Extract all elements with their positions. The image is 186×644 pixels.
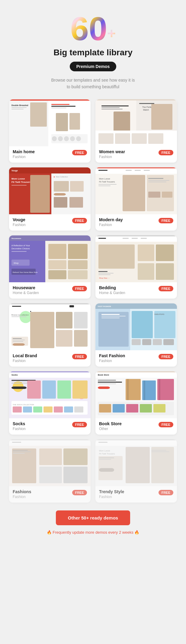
svg-text:SWEATERS: SWEATERS	[154, 313, 164, 315]
svg-rect-24	[101, 109, 123, 109]
template-preview-bedding: Shop Now →	[95, 235, 177, 282]
svg-rect-86	[68, 260, 88, 269]
template-name: Main home	[13, 149, 35, 154]
svg-rect-94	[132, 238, 138, 239]
template-card-book-store[interactable]: Book Store	[95, 371, 177, 435]
svg-rect-54	[95, 168, 177, 174]
svg-text:A Reflection of Your: A Reflection of Your	[11, 244, 30, 247]
svg-text:Mom Loose: Mom Loose	[99, 450, 110, 452]
svg-rect-197	[13, 451, 31, 452]
svg-point-14	[52, 136, 57, 141]
svg-rect-130	[101, 314, 120, 315]
svg-rect-152	[27, 380, 41, 399]
template-info-trendy-style: Trendy Style Fashion FREE	[95, 486, 177, 503]
svg-rect-170	[98, 380, 116, 380]
template-card-vouge[interactable]: Vouge Mom Loose Fit Twill Trousers New C…	[9, 167, 91, 231]
svg-point-15	[58, 136, 63, 141]
template-preview-socks: Socks THE SOCK COLLECTION	[9, 371, 91, 418]
svg-rect-100	[98, 271, 107, 272]
template-name: Trendy Style	[99, 489, 124, 494]
svg-rect-181	[99, 404, 111, 413]
svg-text:New Collection: New Collection	[56, 176, 68, 178]
template-info-fashions: Fashions Fashion FREE	[9, 486, 91, 503]
free-badge: FREE	[72, 286, 87, 291]
template-preview-women-wear: The Perfect Match	[95, 99, 177, 146]
svg-rect-206	[126, 447, 150, 483]
template-card-local-brand[interactable]: Browse our collection Local Brand	[9, 303, 91, 367]
svg-rect-209	[99, 458, 114, 458]
svg-rect-207	[151, 447, 174, 483]
template-category: Fashion	[99, 495, 124, 499]
svg-rect-109	[12, 306, 21, 307]
svg-rect-187	[9, 439, 91, 440]
svg-rect-9	[51, 106, 75, 107]
free-badge: FREE	[72, 354, 87, 359]
svg-rect-155	[72, 380, 88, 399]
svg-rect-114	[11, 316, 27, 317]
svg-rect-194	[39, 467, 62, 483]
svg-rect-49	[54, 193, 66, 196]
svg-rect-188	[9, 440, 91, 446]
free-badge: FREE	[72, 422, 87, 427]
template-preview-fashions	[9, 439, 91, 486]
svg-rect-42	[11, 185, 27, 186]
svg-rect-51	[69, 197, 83, 208]
svg-rect-35	[148, 133, 163, 144]
svg-rect-87	[48, 270, 66, 279]
template-name: Houseware	[13, 285, 39, 290]
other-demos-button[interactable]: Other 50+ ready demos	[56, 510, 130, 525]
template-category: Fashion	[99, 223, 123, 227]
page-wrapper: 60+ Big template library Premium Demos B…	[0, 0, 186, 547]
svg-text:Shop Now →: Shop Now →	[99, 277, 110, 279]
svg-rect-139	[153, 339, 162, 345]
svg-rect-164	[74, 406, 83, 413]
svg-rect-66	[148, 178, 163, 179]
template-card-bedding[interactable]: Shop Now → Bedding Home & Garden FREE	[95, 235, 177, 299]
template-card-modern-day[interactable]: Mom Loose Fit Twill Trousers Modern day	[95, 167, 177, 231]
free-badge: FREE	[159, 354, 173, 359]
template-card-main-home[interactable]: Double Breasted	[9, 99, 91, 163]
svg-text:Houseware: Houseware	[11, 238, 21, 239]
template-card-fashions[interactable]: Fashions Fashion FREE	[9, 439, 91, 503]
svg-rect-202	[98, 442, 107, 443]
template-info-houseware: Houseware Home & Garden FREE	[9, 282, 91, 299]
svg-rect-67	[148, 180, 169, 181]
template-card-socks[interactable]: Socks THE SOCK COLLECTION	[9, 371, 91, 435]
svg-rect-91	[95, 236, 177, 242]
svg-rect-43	[30, 175, 50, 213]
svg-rect-56	[126, 170, 132, 171]
template-grid: Double Breasted	[9, 99, 177, 503]
svg-text:Match: Match	[143, 109, 149, 111]
svg-rect-116	[56, 312, 72, 328]
template-category: Fashion	[13, 223, 26, 227]
svg-rect-193	[63, 448, 88, 465]
template-category: Fashion	[99, 155, 125, 159]
svg-rect-70	[162, 192, 172, 198]
template-card-women-wear[interactable]: The Perfect Match Women wear Fashion FRE…	[95, 99, 177, 163]
svg-rect-47	[54, 181, 69, 192]
template-category: Fashion	[13, 495, 31, 499]
update-notice: 🔥 Frequently update more demos every 2 w…	[9, 530, 177, 535]
template-info-modern-day: Modern day Fashion FREE	[95, 214, 177, 231]
svg-rect-45	[54, 176, 55, 177]
template-card-fast-fashion[interactable]: FAST FASHION SWEATERS	[95, 303, 177, 367]
svg-rect-185	[153, 404, 165, 413]
free-badge: FREE	[72, 218, 87, 223]
svg-rect-191	[12, 448, 36, 483]
svg-rect-195	[63, 467, 88, 483]
free-badge: FREE	[159, 286, 173, 291]
template-card-trendy-style[interactable]: Mom Loose Fit Twill Trousers Trendy Styl…	[95, 439, 177, 503]
template-info-book-store: Book Store Other FREE	[95, 418, 177, 435]
svg-rect-1	[9, 99, 91, 101]
svg-rect-93	[123, 238, 129, 239]
svg-rect-161	[43, 406, 53, 413]
free-badge: FREE	[159, 218, 173, 223]
template-card-houseware[interactable]: Houseware A Reflection of Your Decorativ…	[9, 235, 91, 299]
svg-rect-104	[138, 263, 154, 280]
svg-rect-123	[13, 341, 23, 342]
svg-rect-171	[98, 382, 122, 383]
svg-rect-183	[126, 404, 138, 413]
svg-rect-97	[98, 244, 135, 269]
svg-rect-22	[101, 105, 129, 106]
svg-rect-121	[13, 338, 22, 339]
